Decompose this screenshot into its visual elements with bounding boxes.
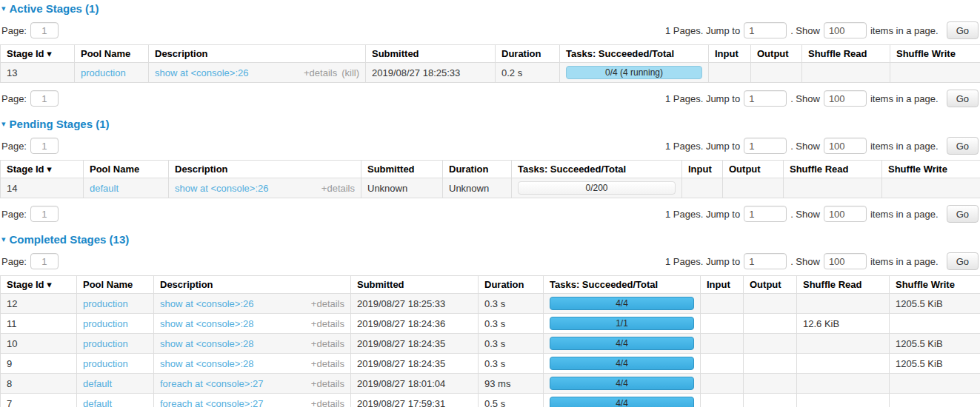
column-header-input[interactable]: Input (701, 276, 744, 294)
column-header-input[interactable]: Input (709, 45, 751, 63)
column-header-shuffle-read[interactable]: Shuffle Read (797, 276, 890, 294)
go-button[interactable]: Go (947, 21, 979, 39)
column-header-tasks:-succeeded/total[interactable]: Tasks: Succeeded/Total (560, 45, 709, 63)
page-input[interactable] (30, 138, 59, 154)
column-header-shuffle-write[interactable]: Shuffle Write (882, 161, 980, 178)
description-link[interactable]: show at <console>:28 (160, 358, 253, 369)
collapse-arrow-icon[interactable]: ▾ (1, 235, 6, 243)
go-button[interactable]: Go (947, 90, 979, 107)
pool-name-cell: production (77, 314, 154, 334)
go-button[interactable]: Go (947, 252, 979, 270)
column-header-shuffle-write[interactable]: Shuffle Write (890, 276, 980, 294)
details-toggle[interactable]: +details (311, 378, 344, 389)
collapse-arrow-icon[interactable]: ▾ (1, 120, 6, 128)
column-header-pool-name[interactable]: Pool Name (84, 161, 169, 178)
details-toggle[interactable]: +details (311, 318, 344, 329)
column-header-description[interactable]: Description (169, 161, 361, 178)
column-header-submitted[interactable]: Submitted (351, 276, 479, 294)
shuffle-read-cell: 12.6 KiB (797, 314, 890, 334)
details-toggle[interactable]: +details (311, 398, 344, 407)
go-button[interactable]: Go (947, 137, 979, 155)
jump-to-input[interactable] (744, 138, 787, 154)
tasks-cell: 4/4 (544, 374, 701, 394)
column-header-shuffle-write[interactable]: Shuffle Write (890, 45, 980, 63)
table-row: 8defaultforeach at <console>:27+details2… (1, 374, 980, 394)
page-input[interactable] (30, 22, 59, 38)
tasks-progress-bar: 0/4 (4 running) (566, 66, 702, 79)
show-items-input[interactable] (824, 90, 867, 107)
stage-id-cell: 13 (1, 63, 75, 83)
pool-name-link[interactable]: default (83, 378, 112, 389)
column-header-duration[interactable]: Duration (443, 161, 512, 178)
pagination-row-pending-stages-top: Page:1 Pages. Jump to. Showitems in a pa… (1, 136, 979, 155)
description-cell: show at <console>:26+details(kill) (149, 63, 366, 83)
pages-count-text: 1 Pages. Jump to (665, 256, 740, 267)
page-label: Page: (1, 141, 27, 152)
column-header-tasks:-succeeded/total[interactable]: Tasks: Succeeded/Total (544, 276, 701, 294)
column-header-description[interactable]: Description (149, 45, 366, 63)
details-toggle[interactable]: +details (311, 298, 344, 309)
section-title-text: Completed Stages (13) (10, 233, 130, 246)
pool-name-link[interactable]: production (83, 298, 128, 309)
description-link[interactable]: show at <console>:28 (160, 338, 253, 349)
page-input[interactable] (30, 253, 59, 269)
column-header-input[interactable]: Input (682, 161, 723, 178)
details-toggle[interactable]: +details (321, 183, 355, 194)
pool-name-link[interactable]: production (83, 318, 128, 329)
table-header-row: Stage Id ▾Pool NameDescriptionSubmittedD… (1, 45, 980, 63)
pool-name-link[interactable]: default (83, 398, 112, 407)
column-header-duration[interactable]: Duration (496, 45, 560, 63)
description-link[interactable]: show at <console>:26 (155, 67, 248, 78)
collapse-arrow-icon[interactable]: ▾ (1, 4, 6, 13)
section-heading-active-stages[interactable]: ▾Active Stages (1) (1, 2, 980, 15)
tasks-cell: 4/4 (544, 294, 701, 314)
page-input[interactable] (30, 206, 59, 222)
pool-name-cell: production (77, 354, 154, 374)
jump-to-input[interactable] (744, 22, 787, 38)
column-header-shuffle-read[interactable]: Shuffle Read (802, 45, 890, 63)
column-header-output[interactable]: Output (751, 45, 802, 63)
column-header-duration[interactable]: Duration (479, 276, 544, 294)
description-link[interactable]: show at <console>:26 (160, 298, 253, 309)
description-link[interactable]: foreach at <console>:27 (160, 378, 264, 389)
column-header-tasks:-succeeded/total[interactable]: Tasks: Succeeded/Total (512, 161, 682, 178)
column-header-stage-id-▾[interactable]: Stage Id ▾ (1, 276, 77, 294)
column-header-pool-name[interactable]: Pool Name (77, 276, 154, 294)
pagination-row-completed-stages-top: Page:1 Pages. Jump to. Showitems in a pa… (1, 252, 979, 271)
go-button[interactable]: Go (947, 205, 979, 223)
section-heading-completed-stages[interactable]: ▾Completed Stages (13) (1, 233, 980, 246)
show-items-input[interactable] (824, 22, 867, 38)
jump-to-input[interactable] (744, 206, 787, 222)
show-label: . Show (790, 93, 820, 104)
column-header-stage-id-▾[interactable]: Stage Id ▾ (1, 161, 84, 178)
column-header-stage-id-▾[interactable]: Stage Id ▾ (1, 45, 75, 63)
shuffle-read-cell (797, 394, 890, 407)
column-header-output[interactable]: Output (744, 276, 797, 294)
pool-name-link[interactable]: production (83, 358, 128, 369)
details-toggle[interactable]: +details (311, 358, 344, 369)
tasks-progress-bar: 4/4 (550, 357, 694, 370)
column-header-pool-name[interactable]: Pool Name (75, 45, 149, 63)
show-items-input[interactable] (824, 253, 867, 269)
section-heading-pending-stages[interactable]: ▾Pending Stages (1) (1, 118, 980, 130)
column-header-submitted[interactable]: Submitted (366, 45, 496, 63)
jump-to-input[interactable] (744, 253, 787, 269)
pool-name-link[interactable]: default (90, 183, 119, 194)
column-header-description[interactable]: Description (154, 276, 351, 294)
show-items-input[interactable] (824, 206, 867, 222)
jump-to-input[interactable] (744, 90, 787, 107)
page-input[interactable] (30, 90, 59, 107)
description-link[interactable]: foreach at <console>:27 (160, 398, 264, 407)
column-header-submitted[interactable]: Submitted (361, 161, 443, 178)
details-toggle[interactable]: +details (311, 338, 344, 349)
column-header-output[interactable]: Output (723, 161, 784, 178)
pool-name-link[interactable]: production (83, 338, 128, 349)
description-link[interactable]: show at <console>:26 (175, 183, 268, 194)
description-link[interactable]: show at <console>:28 (160, 318, 253, 329)
kill-link[interactable]: (kill) (341, 67, 359, 78)
pool-name-link[interactable]: production (81, 67, 126, 78)
show-items-input[interactable] (824, 138, 867, 154)
column-header-shuffle-read[interactable]: Shuffle Read (784, 161, 882, 178)
details-toggle[interactable]: +details (304, 67, 337, 78)
stage-id-cell: 8 (1, 374, 77, 394)
